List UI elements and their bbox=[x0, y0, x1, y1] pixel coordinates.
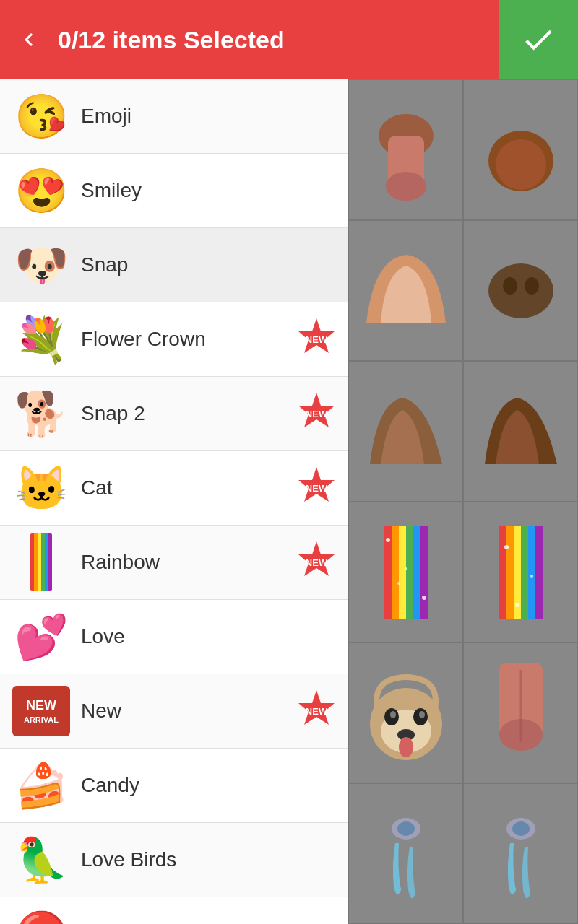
cat-icon: 🐱 bbox=[9, 456, 74, 520]
header: 0/12 items Selected bbox=[0, 0, 578, 79]
item-label-flower-crown: Flower Crown bbox=[74, 328, 294, 351]
love-birds-icon: 🦜 bbox=[9, 827, 74, 892]
list-item-emoji[interactable]: 😘 Emoji bbox=[0, 79, 348, 154]
love-icon: 💕 bbox=[9, 604, 74, 669]
preview-cell-4-1 bbox=[348, 502, 463, 642]
item-label-snap: Snap bbox=[74, 253, 339, 276]
svg-point-39 bbox=[399, 737, 413, 757]
list-item-love-birds[interactable]: 🦜 Love Birds bbox=[0, 823, 348, 897]
preview-cell-5-2 bbox=[463, 642, 578, 783]
smiley-icon: 😍 bbox=[9, 158, 74, 223]
list-item-smiley[interactable]: 😍 Smiley bbox=[0, 154, 348, 228]
svg-rect-24 bbox=[506, 526, 514, 619]
preview-cell-6-1 bbox=[348, 783, 463, 924]
item-label-candy: Candy bbox=[74, 774, 339, 797]
item-label-love-birds: Love Birds bbox=[74, 848, 339, 871]
svg-rect-28 bbox=[535, 526, 543, 619]
confirm-button[interactable] bbox=[499, 0, 578, 79]
new-arrival-new: NEW bbox=[26, 697, 56, 714]
preview-cell-3-1 bbox=[348, 361, 463, 502]
svg-point-19 bbox=[386, 538, 390, 542]
svg-rect-18 bbox=[420, 526, 428, 619]
new-badge-text-rainbow: NEW bbox=[306, 557, 327, 568]
list-item-candy[interactable]: 🍰 Candy bbox=[0, 749, 348, 823]
snap2-icon: 🐕 bbox=[9, 381, 74, 446]
item-label-rainbow: Rainbow bbox=[74, 551, 294, 574]
svg-rect-15 bbox=[399, 526, 406, 619]
new-badge-snap2: NEW bbox=[294, 391, 339, 436]
svg-point-7 bbox=[386, 172, 426, 201]
item-label-emoji: Emoji bbox=[74, 105, 339, 128]
flower-crown-icon: 💐 bbox=[9, 307, 74, 372]
item-label-snap2: Snap 2 bbox=[74, 402, 294, 425]
rainbow-strip-1 bbox=[384, 526, 428, 619]
item-label-love: Love bbox=[74, 625, 339, 648]
svg-point-10 bbox=[488, 263, 553, 318]
tears-2 bbox=[485, 807, 557, 901]
svg-point-37 bbox=[419, 711, 425, 718]
preview-cell-6-2 bbox=[463, 783, 578, 924]
svg-rect-16 bbox=[406, 526, 413, 619]
svg-rect-27 bbox=[528, 526, 535, 619]
header-title: 0/12 items Selected bbox=[58, 26, 499, 54]
preview-cell-1-2 bbox=[463, 79, 578, 220]
svg-rect-14 bbox=[392, 526, 399, 619]
list-item-flower-crown[interactable]: 💐 Flower Crown NEW bbox=[0, 302, 348, 377]
preview-cell-2-2 bbox=[463, 220, 578, 361]
preview-cell-1-1 bbox=[348, 79, 463, 220]
new-badge-cat: NEW bbox=[294, 466, 339, 510]
svg-point-12 bbox=[525, 277, 539, 295]
candy-icon: 🍰 bbox=[9, 753, 74, 818]
list-item-cat[interactable]: 🐱 Cat NEW bbox=[0, 451, 348, 526]
svg-rect-23 bbox=[499, 526, 506, 619]
svg-point-29 bbox=[504, 545, 509, 549]
preview-cell-2-1 bbox=[348, 220, 463, 361]
svg-point-20 bbox=[405, 567, 407, 570]
tongue-preview bbox=[485, 663, 557, 764]
new-arrival-arrival: ARRIVAL bbox=[24, 715, 59, 725]
preview-panel bbox=[348, 79, 578, 924]
item-label-smiley: Smiley bbox=[74, 179, 339, 202]
dog-ear-pink bbox=[359, 251, 453, 331]
dog-nose-1 bbox=[366, 100, 446, 201]
list-item-extra[interactable]: 🔴 bbox=[0, 897, 348, 924]
svg-point-9 bbox=[496, 139, 546, 190]
tears-1 bbox=[370, 807, 442, 901]
rainbow-stripes bbox=[30, 533, 52, 591]
new-icon: NEW ARRIVAL bbox=[9, 679, 74, 744]
svg-rect-17 bbox=[413, 526, 420, 619]
dog-nose-brown bbox=[481, 258, 561, 323]
extra-icon: 🔴 bbox=[9, 902, 74, 924]
filter-list: 😘 Emoji 😍 Smiley 🐶 Snap 💐 Flower Crown N… bbox=[0, 79, 348, 924]
preview-cell-4-2 bbox=[463, 502, 578, 642]
new-badge-text-snap2: NEW bbox=[306, 409, 327, 419]
new-badge-flower-crown: NEW bbox=[294, 317, 339, 362]
svg-point-44 bbox=[397, 821, 415, 836]
new-badge-text-cat: NEW bbox=[306, 483, 327, 494]
svg-point-11 bbox=[503, 277, 517, 295]
rainbow-strip-2 bbox=[499, 526, 543, 619]
item-label-cat: Cat bbox=[74, 476, 294, 500]
svg-point-22 bbox=[397, 582, 400, 585]
svg-point-36 bbox=[390, 711, 396, 718]
svg-rect-26 bbox=[521, 526, 528, 619]
list-item-rainbow[interactable]: Rainbow NEW bbox=[0, 526, 348, 600]
new-arrival-badge: NEW ARRIVAL bbox=[12, 686, 70, 736]
list-item-new[interactable]: NEW ARRIVAL New NEW bbox=[0, 674, 348, 749]
new-badge-text: NEW bbox=[306, 334, 327, 345]
svg-point-30 bbox=[530, 575, 533, 578]
dog-ears-pair-2 bbox=[474, 392, 568, 471]
svg-point-21 bbox=[422, 596, 426, 600]
list-item-snap2[interactable]: 🐕 Snap 2 NEW bbox=[0, 377, 348, 451]
snap-icon: 🐶 bbox=[9, 232, 74, 297]
new-badge-rainbow: NEW bbox=[294, 540, 339, 585]
back-button[interactable] bbox=[0, 0, 58, 79]
preview-cell-5-1 bbox=[348, 642, 463, 783]
preview-cell-3-2 bbox=[463, 361, 578, 502]
dog-ears-pair-1 bbox=[359, 392, 453, 471]
new-badge-text-new: NEW bbox=[306, 706, 327, 717]
main-content: 😘 Emoji 😍 Smiley 🐶 Snap 💐 Flower Crown N… bbox=[0, 79, 578, 924]
list-item-love[interactable]: 💕 Love bbox=[0, 600, 348, 674]
list-item-snap[interactable]: 🐶 Snap bbox=[0, 228, 348, 302]
emoji-icon: 😘 bbox=[9, 84, 74, 149]
